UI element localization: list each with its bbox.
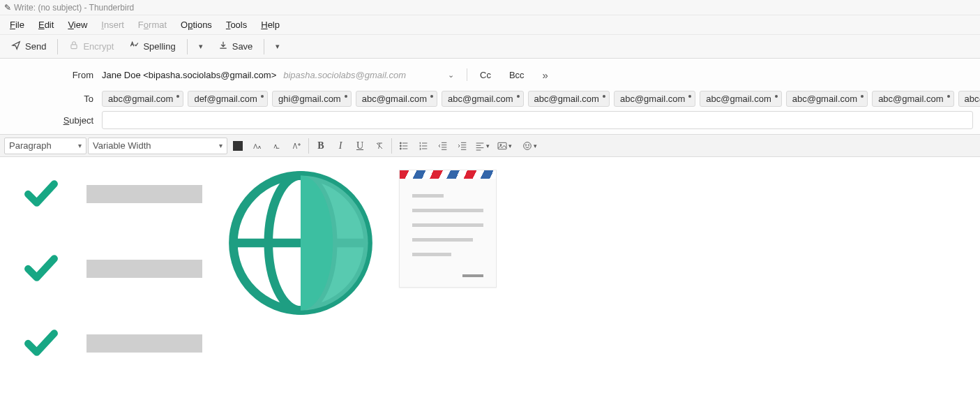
placeholder-bar (86, 334, 202, 353)
chevron-down-icon: ▾ (78, 142, 82, 149)
svg-point-5 (500, 144, 502, 145)
insert-image-button[interactable]: ▾ (492, 138, 516, 154)
menu-format: Format (133, 17, 172, 32)
menu-edit[interactable]: Edit (33, 17, 59, 32)
recipient-pill[interactable]: abc@gmail.com (442, 91, 523, 107)
save-label: Save (232, 41, 253, 52)
paragraph-style-select[interactable]: Paragraph ▾ (4, 138, 86, 154)
send-button[interactable]: Send (6, 38, 52, 55)
svg-rect-0 (71, 45, 77, 49)
subject-row: Subject (0, 110, 980, 134)
encrypt-button: Encrypt (63, 38, 119, 55)
separator (187, 39, 188, 54)
placeholder-bar (86, 260, 202, 278)
save-dropdown[interactable]: ▾ (270, 39, 285, 54)
svg-point-8 (528, 145, 529, 145)
save-icon (218, 40, 228, 52)
chevron-down-icon: ▾ (219, 142, 223, 149)
font-family-value: Variable Width (93, 140, 151, 151)
chevron-down-icon: ▾ (276, 42, 280, 51)
recipient-pill[interactable]: abc@gmail.com (614, 91, 695, 107)
to-field[interactable]: abc@gmail.comdef@gmail.comghi@gmail.coma… (102, 89, 980, 108)
separator (308, 138, 309, 154)
font-size-increase-button[interactable] (287, 138, 306, 154)
font-size-decrease-button[interactable] (248, 138, 266, 154)
placeholder-bar (86, 185, 202, 203)
separator (264, 39, 264, 54)
subject-input[interactable] (102, 111, 973, 129)
font-size-smaller-button[interactable] (268, 138, 286, 154)
checkmark-icon (17, 175, 66, 212)
chevron-down-icon: ▾ (199, 42, 203, 51)
indent-button[interactable] (453, 138, 472, 154)
airmail-stripes (400, 170, 496, 179)
separator (57, 39, 58, 54)
recipient-pill[interactable]: abc@gmail.com (356, 91, 437, 107)
checklist-item (17, 175, 202, 212)
menu-view[interactable]: View (62, 17, 93, 32)
format-toolbar: Paragraph ▾ Variable Width ▾ B I U ▾ ▾ ▾ (0, 135, 980, 157)
menu-insert: Insert (96, 17, 130, 32)
remove-format-button[interactable] (370, 138, 389, 154)
italic-button[interactable]: I (331, 138, 349, 154)
spelling-button[interactable]: Spelling (123, 38, 181, 55)
recipient-pill[interactable]: abc@gmail.com (872, 91, 953, 107)
outdent-button[interactable] (434, 138, 452, 154)
separator (467, 68, 467, 81)
recipient-pill[interactable]: abc@gmail.com (700, 91, 781, 107)
text-color-button[interactable] (229, 138, 247, 154)
font-family-select[interactable]: Variable Width ▾ (88, 138, 227, 154)
window-titlebar: ✎ Write: (no subject) - Thunderbird (0, 0, 980, 15)
from-dropdown[interactable]: ⌄ (448, 71, 454, 80)
menubar: File Edit View Insert Format Options Too… (0, 15, 980, 35)
menu-help[interactable]: Help (255, 17, 285, 32)
message-body[interactable] (0, 157, 980, 374)
window-title: Write: (no subject) - Thunderbird (14, 3, 134, 13)
globe-graphic (227, 170, 374, 318)
recipient-pill[interactable]: abc@gmail.com (958, 91, 980, 107)
paragraph-style-value: Paragraph (9, 140, 52, 151)
add-bcc-button[interactable]: Bcc (509, 70, 525, 80)
menu-tools[interactable]: Tools (220, 17, 252, 32)
compose-toolbar: Send Encrypt Spelling ▾ Save ▾ (0, 35, 980, 59)
compose-icon: ✎ (4, 3, 11, 13)
from-row: From Jane Doe <bipasha.sociolabs@gmail.c… (0, 63, 980, 87)
underline-button[interactable]: U (351, 138, 369, 154)
letter-graphic (399, 170, 497, 288)
recipient-pill[interactable]: ghi@gmail.com (272, 91, 352, 107)
recipient-pill[interactable]: abc@gmail.com (528, 91, 610, 107)
emoji-button[interactable]: ▾ (518, 138, 541, 154)
save-button[interactable]: Save (213, 38, 259, 55)
svg-point-1 (400, 142, 401, 144)
bullet-list-button[interactable] (395, 138, 413, 154)
spelling-icon (129, 40, 139, 52)
to-row: To abc@gmail.comdef@gmail.comghi@gmail.c… (0, 87, 980, 110)
send-label: Send (25, 41, 46, 52)
bold-button[interactable]: B (312, 138, 330, 154)
spelling-label: Spelling (143, 41, 175, 52)
number-list-button[interactable] (414, 138, 432, 154)
checklist-item (17, 325, 202, 362)
add-cc-button[interactable]: Cc (480, 70, 491, 80)
send-icon (11, 40, 21, 52)
compose-headers: From Jane Doe <bipasha.sociolabs@gmail.c… (0, 59, 980, 135)
from-account: bipasha.sociolabs@gmail.com (283, 70, 406, 80)
recipient-pill[interactable]: abc@gmail.com (786, 91, 868, 107)
encrypt-label: Encrypt (83, 41, 114, 52)
checklist-graphic (17, 175, 202, 362)
menu-file[interactable]: File (4, 17, 30, 32)
svg-point-7 (525, 145, 526, 145)
subject-label: Subject (0, 115, 102, 126)
lock-icon (69, 40, 79, 52)
svg-point-6 (524, 142, 532, 149)
align-button[interactable]: ▾ (473, 138, 491, 154)
expand-recipients-icon[interactable]: » (543, 69, 548, 81)
svg-point-2 (400, 145, 401, 147)
separator (391, 138, 392, 154)
menu-options[interactable]: Options (175, 17, 218, 32)
recipient-pill[interactable]: def@gmail.com (188, 91, 268, 107)
spelling-dropdown[interactable]: ▾ (193, 39, 209, 54)
from-identity[interactable]: Jane Doe <bipasha.sociolabs@gmail.com> (102, 70, 276, 80)
recipient-pill[interactable]: abc@gmail.com (102, 91, 183, 107)
checkmark-icon (17, 325, 66, 362)
